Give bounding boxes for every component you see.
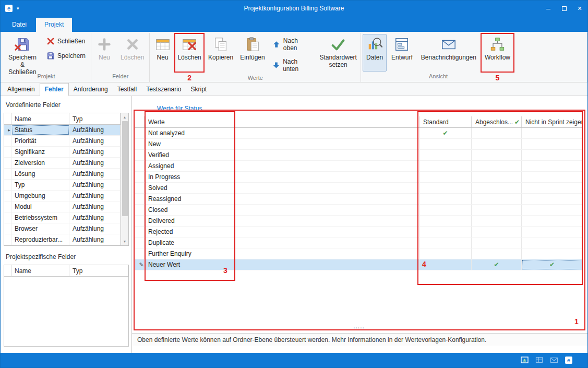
predefined-fields-header: Name Typ (4, 113, 121, 125)
value-row[interactable]: In Progress (135, 172, 583, 183)
row-indicator (4, 191, 11, 201)
column-header-typ[interactable]: Typ (69, 265, 128, 276)
value-row[interactable]: Verified (135, 150, 583, 161)
field-name-cell: Modul (11, 201, 69, 212)
felder-neu-button[interactable]: Neu (93, 34, 116, 72)
tab-datei[interactable]: Datei (4, 18, 35, 32)
button-label: Einfügen (240, 54, 265, 62)
value-row[interactable]: Delivered (135, 216, 583, 227)
field-typ-cell: Aufzählung (69, 180, 121, 190)
felder-loeschen-button[interactable]: Löschen (117, 34, 148, 72)
value-row[interactable]: New (135, 139, 583, 150)
value-row[interactable]: Reassigned (135, 194, 583, 205)
value-row[interactable]: Duplicate (135, 238, 583, 248)
column-header-standard[interactable]: Standard (419, 116, 472, 127)
einfuegen-button[interactable]: Einfügen (237, 34, 268, 72)
column-header-typ[interactable]: Typ (69, 113, 121, 124)
logo-icon[interactable]: e (565, 356, 573, 364)
predefined-field-row[interactable]: TypAufzählung (4, 180, 121, 191)
project-fields-header: Name Typ (4, 265, 128, 277)
predefined-field-row[interactable]: BrowserAufzählung (4, 223, 121, 234)
standard-cell (419, 259, 472, 270)
tab-anforderung[interactable]: Anforderung (69, 84, 113, 96)
close-button[interactable]: × (572, 1, 587, 16)
value-cell: Closed (145, 205, 419, 215)
predefined-field-row[interactable]: LösungAufzählung (4, 169, 121, 180)
standard-cell (419, 238, 472, 248)
button-label: Nach oben (283, 37, 313, 52)
minimize-button[interactable]: – (541, 1, 556, 16)
predefined-field-row[interactable]: PrioritätAufzählung (4, 136, 121, 147)
column-header-werte[interactable]: Werte (145, 116, 419, 127)
schliessen-button[interactable]: Schließen (43, 35, 89, 47)
predefined-field-row[interactable]: SignifikanzAufzählung (4, 147, 121, 158)
column-header-name[interactable]: Name (11, 113, 69, 124)
row-indicator (4, 147, 11, 157)
value-row[interactable]: Assigned (135, 161, 583, 172)
nach-oben-button[interactable]: Nach oben (269, 35, 316, 53)
predefined-field-row[interactable]: ModulAufzählung (4, 201, 121, 212)
value-row[interactable]: ✎Neuer Wert✔✔ (135, 259, 583, 270)
check-icon (330, 37, 346, 52)
scroll-up-icon[interactable]: ▲ (121, 113, 128, 121)
tab-fehler[interactable]: Fehler (40, 83, 69, 96)
workflow-button[interactable]: Workflow 5 (481, 34, 514, 72)
nach-unten-button[interactable]: Nach unten (269, 56, 316, 74)
column-header-sprint[interactable]: Nicht in Sprint zeigen (522, 116, 583, 127)
value-row[interactable]: Solved (135, 183, 583, 194)
fields-sidebar: Vordefinierte Felder Name Typ ▸StatusAuf… (1, 96, 132, 353)
column-header-abgeschlossen[interactable]: Abgeschlos... ✔ (472, 116, 522, 127)
sprint-cell (522, 248, 583, 259)
value-row[interactable]: Rejected (135, 227, 583, 238)
grid-icon[interactable] (535, 356, 544, 364)
abgeschlossen-cell: ✔ (472, 259, 522, 270)
werte-neu-button[interactable]: Neu (151, 34, 173, 72)
panel-pointer-icon[interactable] (521, 356, 529, 364)
quick-access-toolbar: e ▾ (1, 4, 19, 13)
field-name-cell: Typ (11, 180, 69, 190)
row-indicator (135, 139, 145, 149)
button-label: Löschen (177, 54, 201, 62)
predefined-field-row[interactable]: UmgebungAufzählung (4, 191, 121, 201)
mail-small-icon[interactable] (550, 356, 558, 364)
standard-cell (419, 248, 472, 259)
tab-projekt[interactable]: Projekt (36, 18, 72, 32)
arrow-down-icon (272, 61, 280, 69)
annotation-number-2: 2 (187, 74, 191, 82)
scroll-down-icon[interactable]: ▼ (121, 238, 128, 245)
paste-icon (245, 37, 260, 52)
predefined-field-row[interactable]: Reproduzierbar...Aufzählung (4, 234, 121, 245)
tab-testszenario[interactable]: Testszenario (141, 84, 186, 96)
quick-access-chevron-icon[interactable]: ▾ (17, 6, 19, 11)
standard-cell (419, 161, 472, 171)
predefined-fields-rows: ▸StatusAufzählungPrioritätAufzählungSign… (4, 125, 121, 245)
row-indicator (4, 169, 11, 179)
kopieren-button[interactable]: Kopieren (205, 34, 236, 72)
sprint-cell (522, 161, 583, 171)
standardwert-setzen-button[interactable]: Standardwert setzen (317, 34, 359, 72)
row-indicator (4, 201, 11, 212)
maximize-button[interactable] (556, 1, 572, 16)
benachrichtigungen-button[interactable]: Benachrichtigungen (417, 34, 480, 72)
speichern-button[interactable]: Speichern (43, 50, 89, 62)
speichern-schliessen-button[interactable]: Speichern & Schließen (3, 34, 42, 72)
tab-allgemein[interactable]: Allgemein (3, 84, 40, 96)
value-row[interactable]: Not analyzed✔ (135, 128, 583, 139)
standard-cell (419, 216, 472, 226)
werte-loeschen-button[interactable]: Löschen 2 (175, 34, 205, 72)
column-header-name[interactable]: Name (11, 265, 69, 276)
predefined-field-row[interactable]: ZielversionAufzählung (4, 158, 121, 169)
annotation-number-5: 5 (496, 74, 500, 82)
daten-button[interactable]: Daten (363, 34, 387, 72)
values-panel-title: Werte für Status (132, 96, 587, 116)
scrollbar-thumb[interactable] (122, 121, 128, 216)
value-cell: Verified (145, 150, 419, 160)
tab-testfall[interactable]: Testfall (113, 84, 141, 96)
value-row[interactable]: Further Enquiry (135, 248, 583, 259)
predefined-field-row[interactable]: BetriebssystemAufzählung (4, 212, 121, 223)
value-row[interactable]: Closed (135, 205, 583, 216)
predefined-field-row[interactable]: ▸StatusAufzählung (4, 125, 121, 136)
entwurf-button[interactable]: Entwurf (388, 34, 416, 72)
fields-scrollbar[interactable]: ▲ ▼ (121, 113, 128, 245)
tab-skript[interactable]: Skript (186, 84, 212, 96)
